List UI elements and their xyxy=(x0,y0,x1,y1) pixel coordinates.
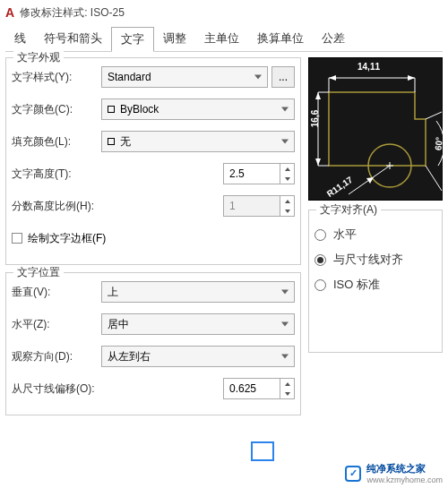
text-color-select[interactable]: ByBlock xyxy=(101,98,295,120)
watermark-name: 纯净系统之家 xyxy=(366,462,443,475)
svg-line-16 xyxy=(426,112,442,119)
fill-color-select[interactable]: 无 xyxy=(101,131,295,152)
align-horizontal-label: 水平 xyxy=(333,227,357,243)
text-height-label: 文字高度(T): xyxy=(12,167,101,182)
align-iso-radio[interactable] xyxy=(314,279,326,291)
svg-marker-9 xyxy=(315,92,321,99)
alignment-legend: 文字对齐(A) xyxy=(316,202,381,218)
vertical-label: 垂直(V): xyxy=(12,285,101,300)
watermark-icon: ✓ xyxy=(345,466,361,482)
watermark-url: www.kzmyhome.com xyxy=(366,475,443,484)
svg-marker-5 xyxy=(408,75,415,81)
window-title: 修改标注样式: ISO-25 xyxy=(20,5,125,21)
ok-button[interactable] xyxy=(251,441,274,461)
fraction-scale-spinner: 1 xyxy=(223,195,295,217)
spinner-down-icon xyxy=(280,206,294,216)
preview-dim-width: 14,11 xyxy=(358,62,380,72)
tab-tolerance[interactable]: 公差 xyxy=(313,27,354,51)
group-appearance: 文字外观 文字样式(Y): Standard ... 文字颜色(C): ByBl… xyxy=(5,57,301,265)
color-swatch-icon xyxy=(108,138,115,145)
spinner-down-icon[interactable] xyxy=(280,174,294,184)
preview-pane: 14,11 16,6 R11,17 60° xyxy=(308,57,443,201)
appearance-legend: 文字外观 xyxy=(13,50,64,65)
tab-alternate[interactable]: 换算单位 xyxy=(248,27,313,51)
watermark: ✓ 纯净系统之家 www.kzmyhome.com xyxy=(345,462,443,484)
svg-marker-14 xyxy=(366,177,374,184)
svg-line-15 xyxy=(426,166,442,191)
text-style-label: 文字样式(Y): xyxy=(12,70,101,85)
placement-legend: 文字位置 xyxy=(13,265,64,280)
direction-select[interactable]: 从左到右 xyxy=(101,346,295,367)
fraction-scale-label: 分数高度比例(H): xyxy=(12,199,128,214)
tab-text[interactable]: 文字 xyxy=(111,27,154,52)
app-icon: A xyxy=(5,5,14,20)
preview-dim-angle: 60° xyxy=(433,137,444,151)
group-alignment: 文字对齐(A) 水平 与尺寸线对齐 ISO 标准 xyxy=(308,210,443,353)
spinner-up-icon xyxy=(280,196,294,206)
align-dimline-radio[interactable] xyxy=(314,254,326,266)
svg-marker-4 xyxy=(329,75,336,81)
horizontal-select[interactable]: 居中 xyxy=(101,313,295,335)
text-color-label: 文字颜色(C): xyxy=(12,102,101,117)
align-iso-label: ISO 标准 xyxy=(333,277,380,293)
spinner-up-icon[interactable] xyxy=(280,164,294,174)
text-frame-label: 绘制文字边框(F) xyxy=(28,231,106,246)
color-swatch-icon xyxy=(108,106,115,113)
spinner-up-icon[interactable] xyxy=(280,379,294,389)
horizontal-label: 水平(Z): xyxy=(12,317,101,332)
text-style-select[interactable]: Standard xyxy=(101,66,268,88)
tabs: 线 符号和箭头 文字 调整 主单位 换算单位 公差 xyxy=(5,27,443,52)
fill-color-label: 填充颜色(L): xyxy=(12,134,101,150)
direction-label: 观察方向(D): xyxy=(12,349,101,364)
svg-marker-10 xyxy=(315,158,321,166)
tab-primary[interactable]: 主单位 xyxy=(195,27,248,51)
tab-symbols[interactable]: 符号和箭头 xyxy=(35,27,111,51)
group-placement: 文字位置 垂直(V): 上 水平(Z): 居中 观察方向(D): 从左到右 从尺… xyxy=(5,272,301,415)
tab-fit[interactable]: 调整 xyxy=(154,27,195,51)
align-horizontal-radio[interactable] xyxy=(314,229,326,241)
spinner-down-icon[interactable] xyxy=(280,389,294,398)
align-dimline-label: 与尺寸线对齐 xyxy=(333,252,403,268)
titlebar: A 修改标注样式: ISO-25 xyxy=(0,0,448,25)
text-height-spinner[interactable]: 2.5 xyxy=(223,163,295,184)
vertical-select[interactable]: 上 xyxy=(101,281,295,303)
text-style-more-button[interactable]: ... xyxy=(271,66,295,88)
offset-label: 从尺寸线偏移(O): xyxy=(12,381,128,397)
text-frame-checkbox[interactable] xyxy=(12,233,22,244)
tab-lines[interactable]: 线 xyxy=(5,27,35,51)
preview-dim-height: 16,6 xyxy=(310,110,320,127)
offset-spinner[interactable]: 0.625 xyxy=(223,378,295,399)
